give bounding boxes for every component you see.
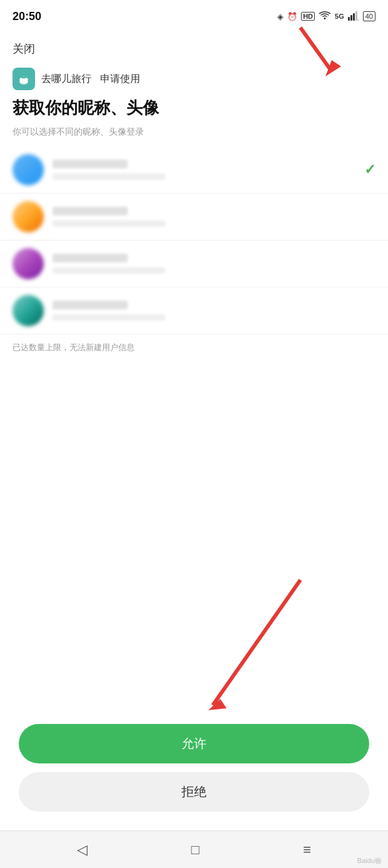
back-button[interactable]: ◁ — [72, 837, 93, 863]
user-info-4 — [53, 301, 375, 321]
user-avatar-1 — [13, 154, 44, 185]
buttons-section: 允许 拒绝 — [0, 711, 388, 830]
user-name-bar-2 — [53, 207, 128, 215]
status-icons: ◈ ⏰ HD 5G 40 — [277, 11, 375, 23]
svg-point-12 — [24, 76, 26, 78]
user-avatar-2 — [13, 201, 44, 232]
user-name-bar-1 — [53, 160, 128, 168]
status-time: 20:50 — [13, 10, 41, 23]
user-name-bar-4 — [53, 301, 128, 309]
user-avatar-4 — [13, 295, 44, 326]
home-button[interactable]: □ — [186, 837, 204, 863]
svg-rect-3 — [353, 13, 355, 21]
water-drop-icon: ◈ — [277, 12, 283, 21]
user-list-container: ✓ — [0, 147, 388, 334]
user-desc-bar-2 — [53, 220, 165, 227]
buttons-arrow-container: 允许 拒绝 — [0, 711, 388, 830]
close-button[interactable]: 关闭 — [13, 41, 35, 56]
nav-bar: ◁ □ ≡ Baidu验 — [0, 830, 388, 868]
app-icon — [13, 68, 35, 90]
hd-icon: HD — [301, 12, 315, 21]
permission-title: 获取你的昵称、头像 — [0, 94, 388, 124]
battery-icon: 40 — [363, 11, 375, 21]
signal-icon — [348, 11, 359, 23]
alarm-icon: ⏰ — [287, 12, 297, 21]
user-item-1[interactable]: ✓ — [0, 147, 388, 194]
svg-rect-2 — [350, 15, 352, 21]
user-info-3 — [53, 254, 375, 274]
user-item-3[interactable] — [0, 240, 388, 287]
app-name: 去哪儿旅行 — [41, 73, 91, 86]
user-check-icon-1: ✓ — [364, 162, 375, 178]
svg-rect-4 — [355, 11, 357, 21]
app-request-text: 申请使用 — [100, 73, 140, 86]
svg-rect-1 — [348, 17, 350, 21]
spacer — [0, 366, 388, 711]
svg-rect-10 — [21, 78, 27, 82]
user-desc-bar-4 — [53, 314, 165, 321]
warning-text: 已达数量上限，无法新建用户信息 — [0, 334, 388, 366]
menu-button[interactable]: ≡ — [298, 837, 316, 863]
close-row: 关闭 — [0, 31, 388, 61]
allow-button[interactable]: 允许 — [19, 724, 369, 763]
wifi-icon — [319, 11, 331, 23]
watermark: Baidu验 — [357, 856, 382, 865]
main-card: 关闭 去哪儿旅行 申请使用 获取你的昵称、头像 你可以选择不同的昵称、头像登录 — [0, 31, 388, 830]
svg-point-0 — [324, 18, 326, 19]
permission-subtitle: 你可以选择不同的昵称、头像登录 — [0, 124, 388, 147]
app-info-row: 去哪儿旅行 申请使用 — [0, 61, 388, 94]
user-desc-bar-1 — [53, 173, 165, 180]
user-name-bar-3 — [53, 254, 128, 262]
user-avatar-3 — [13, 248, 44, 279]
user-item-2[interactable] — [0, 194, 388, 240]
5g-icon: 5G — [335, 13, 344, 20]
user-item-4[interactable] — [0, 287, 388, 334]
user-info-2 — [53, 207, 375, 227]
deny-button[interactable]: 拒绝 — [19, 772, 369, 812]
user-desc-bar-3 — [53, 267, 165, 274]
user-info-1 — [53, 160, 364, 180]
status-bar: 20:50 ◈ ⏰ HD 5G 40 — [0, 0, 388, 31]
svg-rect-5 — [357, 19, 359, 21]
